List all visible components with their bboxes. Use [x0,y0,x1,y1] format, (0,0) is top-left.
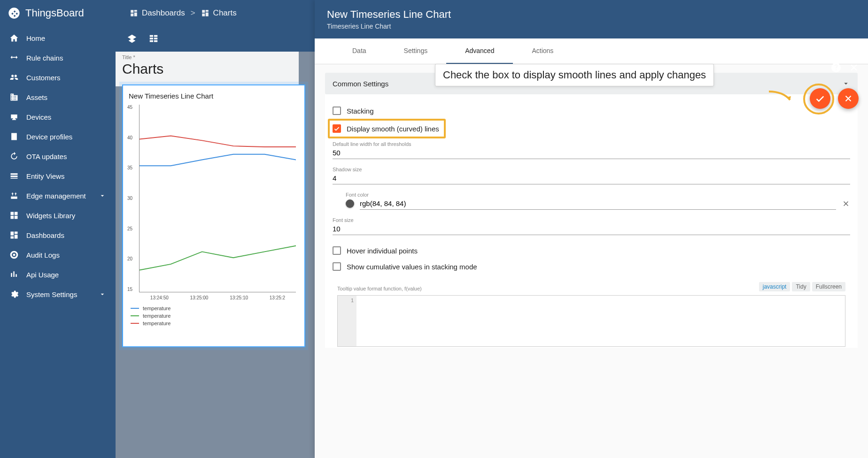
sidebar-item-label: Customers [26,74,61,82]
hover-checkbox[interactable] [333,246,341,255]
panel-actions [830,62,860,73]
help-icon[interactable] [830,62,842,73]
group-title: Common Settings [333,80,388,88]
widgets-icon [9,211,19,220]
legend-item: temperature [131,321,299,326]
shadow-label: Shadow size [333,167,850,172]
title-label: Title * [122,54,292,60]
check-icon [815,93,825,104]
sidebar-item-label: Dashboards [26,231,64,239]
view-icon [9,171,19,181]
legend-item: temperature [131,313,299,319]
sidebar-item-api-usage[interactable]: Api Usage [0,265,116,284]
sidebar-item-device-profiles[interactable]: Device profiles [0,127,116,146]
stacking-label: Stacking [347,107,374,115]
logo[interactable]: ThingsBoard [8,7,116,20]
panel-body[interactable]: Common Settings Stacking Display smooth … [315,64,868,458]
sidebar-item-label: Assets [26,93,47,101]
legend-swatch [131,315,139,316]
sidebar-item-devices[interactable]: Devices [0,107,116,127]
tab-settings[interactable]: Settings [385,38,447,64]
breadcrumb: Dashboards > Charts [130,8,237,18]
panel-tabs: Data Settings Advanced Actions [315,38,868,64]
track-icon [9,250,19,260]
sidebar-item-label: OTA updates [26,153,67,160]
app-name: ThingsBoard [25,7,84,19]
close-icon[interactable] [848,62,860,73]
hover-label: Hover individual points [347,247,418,255]
cumulative-checkbox[interactable] [333,262,341,271]
code-tool-lang[interactable]: javascript [759,282,790,291]
hint-arrow-icon [767,87,799,110]
sidebar-item-audit[interactable]: Audit Logs [0,245,116,265]
sidebar-item-rule-chains[interactable]: Rule chains [0,48,116,68]
breadcrumb-charts[interactable]: Charts [201,8,237,18]
chevron-down-icon [99,290,106,298]
tab-data[interactable]: Data [333,38,385,64]
domain-icon [9,92,19,102]
cumulative-checkbox-row: Show cumulative values in stacking mode [333,259,850,275]
sidebar-item-label: Api Usage [26,271,59,279]
title-area: Title * Charts [116,52,299,86]
chart-plot: 45 40 35 30 25 20 15 13:24:50 13:25:00 1… [139,105,296,292]
close-icon [843,93,853,104]
stacking-checkbox[interactable] [333,107,341,115]
smooth-label: Display smooth (curved) lines [347,125,439,133]
group-body: Stacking Display smooth (curved) lines D… [325,94,858,348]
line-width-field: Default line width for all thresholds [333,141,850,159]
highlight-box: Display smooth (curved) lines [328,119,446,138]
font-size-field: Font size [333,217,850,235]
code-tool-tidy[interactable]: Tidy [792,282,810,291]
tab-advanced[interactable]: Advanced [446,38,513,64]
x-axis-ticks: 13:24:50 13:25:00 13:25:10 13:25:2 [140,295,296,300]
code-tools: javascript Tidy Fullscreen [759,282,845,291]
apply-button[interactable] [810,88,830,109]
sidebar-item-label: Home [26,34,45,42]
sidebar-item-label: Edge management [26,192,86,200]
dashboard-icon [201,9,209,17]
clear-icon[interactable] [842,199,850,208]
people-icon [9,73,19,82]
dashboard-title[interactable]: Charts [122,61,292,77]
check-icon [333,125,340,132]
shadow-input[interactable] [333,172,850,184]
panel-subtitle: Timeseries Line Chart [327,23,451,30]
sidebar-item-label: Widgets Library [26,212,75,220]
y-axis-ticks: 45 40 35 30 25 20 15 [127,105,132,292]
code-editor[interactable]: 1 [337,295,845,347]
sidebar-item-dashboards[interactable]: Dashboards [0,225,116,245]
breadcrumb-1-label: Dashboards [142,8,185,18]
sidebar-item-home[interactable]: Home [0,28,116,48]
swap-icon [9,53,19,62]
smooth-checkbox[interactable] [333,124,341,133]
tab-actions[interactable]: Actions [513,38,572,64]
hint-tooltip: Check the box to display smooth lines an… [435,64,714,86]
sidebar-item-widgets[interactable]: Widgets Library [0,206,116,225]
font-color-input[interactable] [360,198,836,210]
font-size-input[interactable] [333,223,850,235]
shadow-size-field: Shadow size [333,167,850,184]
chart-widget[interactable]: New Timeseries Line Chart 45 40 35 30 25… [122,84,305,347]
color-swatch[interactable] [346,199,354,208]
sidebar-item-system[interactable]: System Settings [0,284,116,304]
code-tool-fullscreen[interactable]: Fullscreen [812,282,845,291]
sidebar-item-assets[interactable]: Assets [0,87,116,107]
chevron-down-icon [842,79,850,88]
layers-icon[interactable] [127,34,137,44]
gear-icon [9,290,19,299]
line-width-label: Default line width for all thresholds [333,141,850,147]
sidebar-item-entity-views[interactable]: Entity Views [0,166,116,186]
font-color-field: Font color [333,192,850,210]
cancel-button[interactable] [838,88,859,109]
dashboard-icon [130,9,138,17]
breadcrumb-dashboards[interactable]: Dashboards [130,8,185,18]
panel-title: New Timeseries Line Chart [327,8,451,21]
chart-title: New Timeseries Line Chart [129,92,299,100]
sidebar-item-customers[interactable]: Customers [0,68,116,87]
grid-icon[interactable] [148,34,159,44]
sidebar-item-ota[interactable]: OTA updates [0,146,116,166]
sidebar-item-edge[interactable]: Edge management [0,186,116,206]
line-width-input[interactable] [333,147,850,159]
dashboard-icon [9,230,19,240]
breadcrumb-separator: > [191,8,195,18]
